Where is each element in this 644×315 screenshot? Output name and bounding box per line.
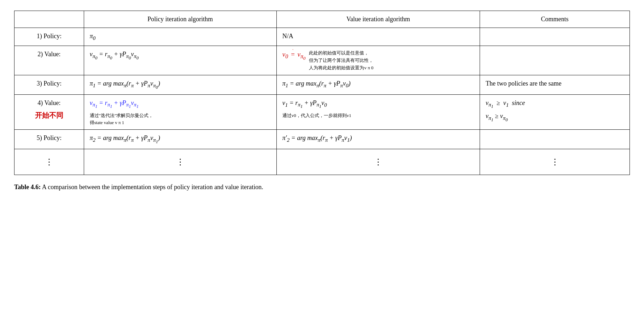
- comments-3: The two policies are the same: [480, 75, 630, 94]
- policy-alg-3: π1 = arg maxπ(rπ + γPπvπ0): [84, 75, 276, 94]
- policy-alg-2: vπ0 = rπ0 + γPπ0vπ0: [84, 46, 276, 75]
- header-value-iteration: Value iteration algorithm: [276, 11, 480, 28]
- value-alg-1: N/A: [276, 28, 480, 46]
- policy-alg-dots: ⋮: [84, 149, 276, 175]
- policy-alg-5: π2 = arg maxπ(rπ + γPπvπ1): [84, 130, 276, 149]
- policy-alg-1: π0: [84, 28, 276, 46]
- comments-4: vπ1 ≥ v1 since vπ1 ≥ vπ0: [480, 94, 630, 129]
- header-policy-iteration: Policy iteration algorithm: [84, 11, 276, 28]
- row-label-5: 5) Policy:: [14, 130, 84, 149]
- comments-dots: ⋮: [480, 149, 630, 175]
- comments-5: [480, 130, 630, 149]
- row-label-3: 3) Policy:: [14, 75, 84, 94]
- table-row: 4) Value: 开始不同 vπ1 = rπ1 + γPπ1vπ1 通过"迭代…: [14, 94, 630, 129]
- table-caption: Table 4.6: A comparison between the impl…: [14, 183, 630, 191]
- value-alg-3: π1 = arg maxπ(rπ + γPπv0): [276, 75, 480, 94]
- policy-alg-4: vπ1 = rπ1 + γPπ1vπ1 通过"迭代法"求解贝尔曼公式， 得sta…: [84, 94, 276, 129]
- value-alg-2: v0 · = vπ0 此处的初始值可以是任意值， 但为了让两个算法具有可比性， …: [276, 46, 480, 75]
- table-row: ⋮ ⋮ ⋮ ⋮: [14, 149, 630, 175]
- row-label-2: 2) Value:: [14, 46, 84, 75]
- value-alg-4: v1 = rπ1 + γPπ1v0 通过v0，代入公式，一步就得到v1: [276, 94, 480, 129]
- row-label-4: 4) Value: 开始不同: [14, 94, 84, 129]
- header-empty: [14, 11, 84, 28]
- table-row: 5) Policy: π2 = arg maxπ(rπ + γPπvπ1) π′…: [14, 130, 630, 149]
- table-row: 1) Policy: π0 N/A: [14, 28, 630, 46]
- value-alg-5: π′2 = arg maxπ(rπ + γPπv1): [276, 130, 480, 149]
- table-row: 2) Value: vπ0 = rπ0 + γPπ0vπ0 v0 · =: [14, 46, 630, 75]
- comments-2: [480, 46, 630, 75]
- value-alg-dots: ⋮: [276, 149, 480, 175]
- header-comments: Comments: [480, 11, 630, 28]
- row-label-dots: ⋮: [14, 149, 84, 175]
- comments-1: [480, 28, 630, 46]
- comparison-table: Policy iteration algorithm Value iterati…: [14, 11, 630, 175]
- row-label-1: 1) Policy:: [14, 28, 84, 46]
- table-row: 3) Policy: π1 = arg maxπ(rπ + γPπvπ0) π1…: [14, 75, 630, 94]
